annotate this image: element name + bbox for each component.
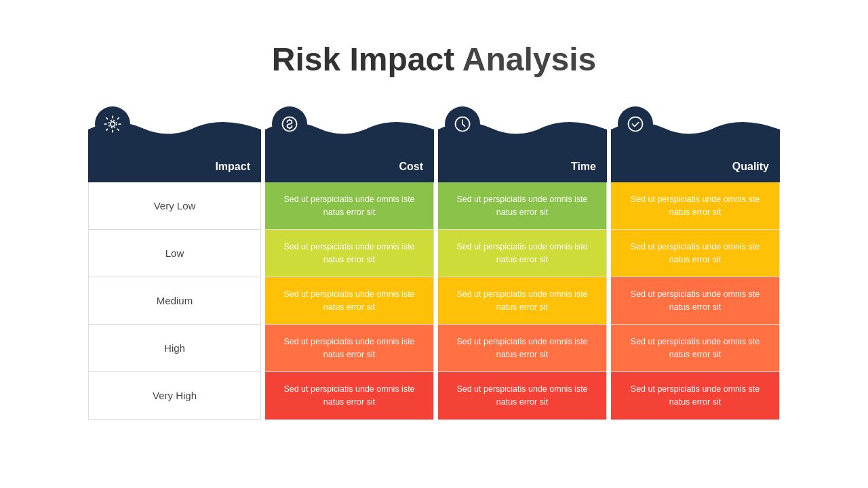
- impact-cell-text: High: [164, 342, 185, 354]
- title-regular: Analysis: [454, 41, 596, 77]
- page-title: Risk Impact Analysis: [272, 41, 596, 78]
- time-header: Time: [438, 135, 607, 182]
- cost-medium: Sed ut perspiciatis unde omnis iste natu…: [265, 277, 434, 325]
- quality-icon-badge: [618, 106, 653, 142]
- time-icon-badge: [445, 106, 480, 142]
- time-cell-3: Sed ut perspiciatis unde omnis iste natu…: [449, 336, 595, 361]
- quality-very-low: Sed ut perspiciatis unde omnis ste natus…: [611, 182, 780, 230]
- time-cell-4: Sed ut perspiciatis unde omnis iste natu…: [449, 383, 595, 409]
- title-bold: Risk Impact: [272, 41, 454, 77]
- time-low: Sed ut perspiciatis unde omnis iste natu…: [438, 230, 607, 277]
- impact-very-high: Very High: [88, 372, 261, 420]
- cost-icon-badge: [272, 106, 307, 142]
- quality-cell-4: Sed ut perspiciatis unde omnis ste natus…: [622, 383, 768, 409]
- impact-very-low: Very Low: [88, 182, 261, 230]
- svg-point-4: [629, 117, 643, 131]
- impact-cell-text: Medium: [157, 295, 193, 306]
- quality-header: Quality: [611, 135, 780, 182]
- impact-cell-text: Very Low: [154, 200, 196, 211]
- col-time: Time Sed ut perspiciatis unde omnis iste…: [437, 105, 607, 420]
- cost-cell-2: Sed ut perspiciatis unde omnis iste natu…: [276, 288, 422, 314]
- quality-very-high: Sed ut perspiciatis unde omnis ste natus…: [611, 372, 780, 420]
- quality-cell-1: Sed ut perspiciatis unde omnis ste natus…: [622, 241, 768, 266]
- col-cost: Cost Sed ut perspiciatis unde omnis iste…: [264, 105, 434, 420]
- quality-cell-2: Sed ut perspiciatis unde omnis ste natus…: [622, 288, 768, 314]
- cost-label: Cost: [399, 161, 423, 173]
- time-medium: Sed ut perspiciatis unde omnis iste natu…: [438, 277, 607, 325]
- time-cell-1: Sed ut perspiciatis unde omnis iste natu…: [449, 241, 595, 266]
- check-circle-icon: [626, 115, 645, 134]
- clock-icon: [453, 115, 472, 134]
- quality-label: Quality: [732, 161, 769, 173]
- cost-cell-0: Sed ut perspiciatis unde omnis iste natu…: [276, 193, 422, 219]
- cost-very-high: Sed ut perspiciatis unde omnis iste natu…: [265, 372, 434, 420]
- svg-point-0: [111, 122, 115, 127]
- gear-icon: [103, 115, 122, 134]
- quality-low: Sed ut perspiciatis unde omnis ste natus…: [611, 230, 780, 277]
- impact-cell-text: Very High: [153, 390, 197, 401]
- quality-medium: Sed ut perspiciatis unde omnis ste natus…: [611, 277, 780, 325]
- time-label: Time: [571, 161, 596, 173]
- impact-cell-text: Low: [165, 247, 184, 259]
- col-quality: Quality Sed ut perspiciatis unde omnis s…: [610, 105, 780, 420]
- impact-medium: Medium: [88, 277, 261, 325]
- col-impact: Impact Very Low Low Medium High Very Hig…: [88, 105, 261, 420]
- quality-high: Sed ut perspiciatis unde omnis ste natus…: [611, 325, 780, 372]
- risk-table: Impact Very Low Low Medium High Very Hig…: [88, 105, 780, 420]
- money-icon: [280, 115, 299, 134]
- impact-icon-badge: [95, 106, 130, 142]
- cost-cell-4: Sed ut perspiciatis unde omnis iste natu…: [276, 383, 422, 409]
- cost-low: Sed ut perspiciatis unde omnis iste natu…: [265, 230, 434, 277]
- time-very-low: Sed ut perspiciatis unde omnis iste natu…: [438, 182, 607, 230]
- cost-cell-1: Sed ut perspiciatis unde omnis iste natu…: [276, 241, 422, 266]
- impact-low: Low: [88, 230, 261, 277]
- cost-very-low: Sed ut perspiciatis unde omnis iste natu…: [265, 182, 434, 230]
- cost-cell-3: Sed ut perspiciatis unde omnis iste natu…: [276, 336, 422, 361]
- time-cell-0: Sed ut perspiciatis unde omnis iste natu…: [449, 193, 595, 219]
- quality-cell-0: Sed ut perspiciatis unde omnis ste natus…: [622, 193, 768, 219]
- cost-high: Sed ut perspiciatis unde omnis iste natu…: [265, 325, 434, 372]
- quality-cell-3: Sed ut perspiciatis unde omnis ste natus…: [622, 336, 768, 361]
- impact-header: Impact: [88, 135, 261, 182]
- time-very-high: Sed ut perspiciatis unde omnis iste natu…: [438, 372, 607, 420]
- cost-header: Cost: [265, 135, 434, 182]
- impact-high: High: [88, 325, 261, 372]
- impact-label: Impact: [215, 161, 250, 173]
- time-cell-2: Sed ut perspiciatis unde omnis iste natu…: [449, 288, 595, 314]
- time-high: Sed ut perspiciatis unde omnis iste natu…: [438, 325, 607, 372]
